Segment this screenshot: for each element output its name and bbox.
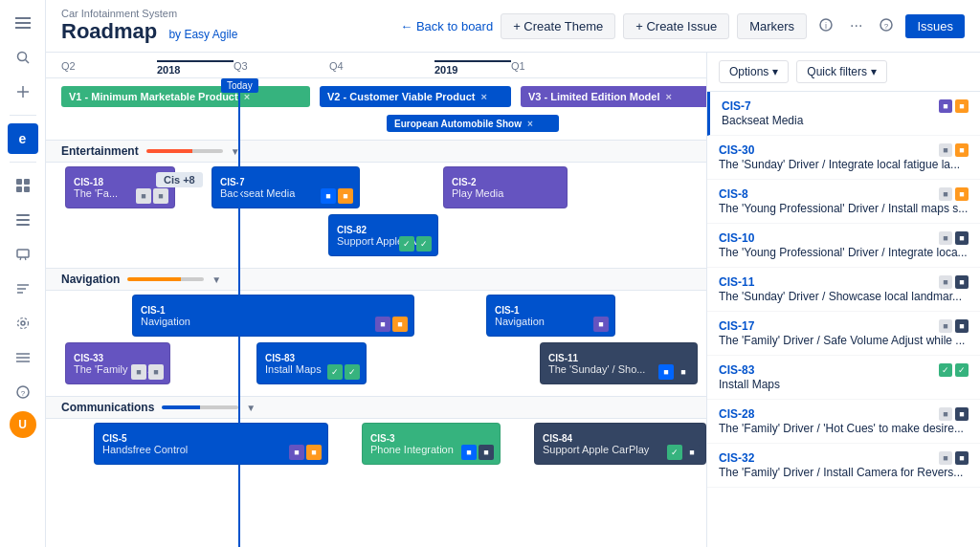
epic-v2-close[interactable]: × — [480, 91, 486, 102]
list-item-cis32[interactable]: CIS-32 ■ ■ The 'Family' Driver / Install… — [707, 444, 980, 488]
communications-toggle[interactable]: ▼ — [246, 403, 256, 413]
list-item-cis83[interactable]: CIS-83 ✓ ✓ Install Maps — [707, 356, 980, 400]
bar-cis11-icons: ■ ■ — [658, 364, 691, 380]
epic-v2-band[interactable]: V2 - Customer Viable Product × — [320, 86, 511, 107]
list-item-cis30-icons: ■ ■ — [939, 143, 969, 157]
icon-orange-2: ■ — [392, 317, 408, 332]
svg-rect-7 — [16, 179, 22, 185]
list-item-cis17-id: CIS-17 — [719, 319, 754, 333]
icon-dark-list1: ■ — [955, 231, 969, 245]
bar-cis84[interactable]: CIS-84 Support Apple CarPlay ✓ ■ — [534, 423, 706, 465]
right-panel-header: Options ▾ Quick filters ▾ — [707, 53, 980, 92]
bar-cis82[interactable]: CIS-82 Support Apple TV ✓ ✓ — [328, 214, 438, 256]
list-item-cis30-id: CIS-30 — [719, 143, 754, 157]
info-button[interactable]: i — [814, 13, 837, 39]
bar-cis82-id: CIS-82 — [337, 225, 430, 235]
entertainment-progress — [146, 149, 223, 153]
options-button[interactable]: Options ▾ — [719, 60, 789, 83]
search-icon[interactable] — [8, 42, 38, 73]
by-label: by Easy Agile — [168, 28, 237, 41]
svg-rect-2 — [15, 27, 31, 29]
issues-button[interactable]: Issues — [905, 14, 965, 38]
bar-cis5[interactable]: CIS-5 Handsfree Control ■ ■ — [94, 423, 328, 465]
bar-cis83-nav[interactable]: CIS-83 Install Maps ✓ ✓ — [256, 342, 367, 384]
help-icon[interactable]: ? — [8, 377, 38, 407]
epic-event-band[interactable]: European Automobile Show × — [387, 115, 559, 132]
q4-label: Q4 — [329, 60, 425, 76]
list-item-cis30[interactable]: CIS-30 ■ ■ The 'Sunday' Driver / Integra… — [707, 136, 980, 180]
bar-cis33[interactable]: CIS-33 The 'Family Dr... ■ ■ — [65, 342, 170, 384]
list-icon[interactable] — [8, 205, 38, 235]
navigation-progress — [127, 277, 204, 281]
list-item-cis7-text: Backseat Media — [722, 114, 969, 127]
entertainment-label: Entertainment — [61, 144, 139, 158]
epic-event-label: European Automobile Show — [394, 119, 522, 129]
section-entertainment: Entertainment ▼ CIS-18 The 'Fa... ■ ■ — [46, 140, 706, 268]
timeline-icon[interactable] — [8, 274, 38, 304]
bar-cis1-second[interactable]: CIS-1 Navigation ■ — [486, 295, 615, 337]
epic-event-close[interactable]: × — [527, 119, 533, 129]
list-item-cis10[interactable]: CIS-10 ■ ■ The 'Young Professional' Driv… — [707, 224, 980, 268]
epic-v3-band[interactable]: V3 - Limited Edition Model × — [521, 86, 706, 107]
list-item-cis8-icons: ■ ■ — [939, 187, 969, 201]
markers-button[interactable]: Markers — [737, 13, 807, 39]
settings-icon[interactable] — [8, 308, 38, 339]
icon-orange-3: ■ — [306, 445, 322, 460]
list2-icon[interactable] — [8, 342, 38, 373]
list-item-cis10-id: CIS-10 — [719, 231, 754, 245]
bar-cis7[interactable]: CIS-7 Backseat Media ■ ■ — [212, 166, 360, 208]
list-item-cis7[interactable]: CIS-7 ■ ■ Backseat Media — [707, 92, 980, 136]
bar-cis82-icons: ✓ ✓ — [399, 236, 432, 252]
bar-cis5-id: CIS-5 — [102, 433, 320, 444]
section-navigation: Navigation ▼ CIS-1 Navigation ■ ■ — [46, 268, 706, 396]
back-to-board-link[interactable]: ← Back to board — [400, 19, 493, 33]
epic-v3-close[interactable]: × — [666, 91, 672, 102]
create-theme-button[interactable]: + Create Theme — [501, 13, 615, 39]
quick-filters-button[interactable]: Quick filters ▾ — [796, 60, 887, 83]
list-item-cis32-icons: ■ ■ — [939, 451, 969, 465]
add-icon[interactable] — [8, 77, 38, 107]
icon-dark-1: ■ — [676, 364, 691, 380]
icon-check-2: ✓ — [416, 236, 432, 252]
help-header-button[interactable]: ? — [875, 13, 898, 39]
svg-text:?: ? — [884, 21, 889, 30]
navigation-toggle[interactable]: ▼ — [212, 274, 221, 285]
icon-check-5: ✓ — [667, 445, 682, 460]
icon-check-3: ✓ — [327, 364, 343, 380]
sidebar: e ? U — [0, 0, 46, 547]
header: Car Infotainment System Roadmap by Easy … — [46, 0, 980, 53]
list-item-cis32-text: The 'Family' Driver / Install Camera for… — [719, 466, 969, 479]
right-panel: Options ▾ Quick filters ▾ CIS-7 ■ ■ — [707, 53, 980, 547]
brand-icon[interactable]: e — [8, 123, 38, 154]
list-item-cis10-icons: ■ ■ — [939, 231, 969, 245]
epic-v1-band[interactable]: V1 - Minimum Marketable Product × — [61, 86, 310, 107]
tv-icon[interactable] — [8, 239, 38, 270]
cis-plus-badge[interactable]: Cis +8 — [156, 172, 203, 187]
list-item-cis28[interactable]: CIS-28 ■ ■ The 'Family' Driver / 'Hot Cu… — [707, 400, 980, 444]
list-item-cis11-id: CIS-11 — [719, 275, 754, 289]
bar-cis2[interactable]: CIS-2 Play Media — [443, 166, 568, 208]
list-item-cis8[interactable]: CIS-8 ■ ■ The 'Young Professional' Drive… — [707, 180, 980, 224]
list-item-cis17[interactable]: CIS-17 ■ ■ The 'Family' Driver / Safe Vo… — [707, 312, 980, 356]
bar-cis1-main[interactable]: CIS-1 Navigation ■ ■ — [132, 295, 414, 337]
user-avatar[interactable]: U — [10, 411, 36, 438]
icon-purple-1: ■ — [375, 317, 390, 332]
bar-cis3[interactable]: CIS-3 Phone Integration ■ ■ — [362, 423, 501, 465]
today-line: Today — [238, 78, 240, 547]
more-button[interactable]: ··· — [845, 12, 867, 39]
menu-icon[interactable] — [8, 8, 38, 38]
bar-cis11-nav[interactable]: CIS-11 The 'Sunday' / Sho... ■ ■ — [540, 342, 698, 384]
bar-cis1b-icons: ■ — [593, 317, 609, 332]
list-item-cis17-icons: ■ ■ — [939, 319, 969, 333]
list-item-cis7-id: CIS-7 — [722, 99, 751, 113]
bar-cis83-icons: ✓ ✓ — [327, 364, 360, 380]
list-item-cis11[interactable]: CIS-11 ■ ■ The 'Sunday' Driver / Showcas… — [707, 268, 980, 312]
main-content: Car Infotainment System Roadmap by Easy … — [46, 0, 980, 547]
bar-cis1b-text: Navigation — [495, 316, 607, 327]
bar-cis3-icons: ■ ■ — [461, 445, 494, 460]
board-icon[interactable] — [8, 170, 38, 201]
list-item-cis7-icons: ■ ■ — [939, 99, 969, 113]
icon-purple-list: ■ — [939, 99, 952, 113]
create-issue-button[interactable]: + Create Issue — [623, 13, 729, 39]
navigation-lanes: CIS-1 Navigation ■ ■ CIS-1 Navigation — [46, 291, 706, 396]
